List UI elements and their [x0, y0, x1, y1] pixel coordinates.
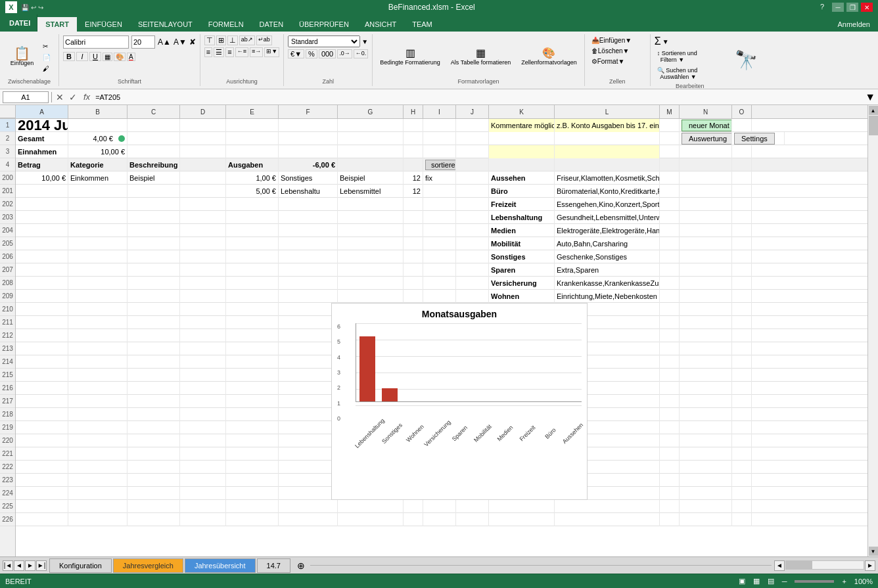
cell-k209-wohnen[interactable]: Wohnen [489, 290, 555, 303]
cell-k200-aussehen[interactable]: Aussehen [489, 171, 555, 185]
cell-a4[interactable]: Betrag [16, 158, 68, 171]
scroll-down-btn[interactable]: ▼ [869, 547, 878, 556]
col-A[interactable]: A [16, 105, 68, 118]
tab-team[interactable]: TEAM [404, 17, 440, 32]
zoom-slider[interactable] [795, 580, 834, 583]
number-format-expand[interactable]: ▼ [361, 38, 368, 45]
auswertung-button[interactable]: Auswertung [682, 133, 732, 145]
scroll-track[interactable] [868, 116, 878, 546]
tab-seitenlayout[interactable]: SEITENLAYOUT [130, 17, 200, 32]
sigma-btn[interactable]: ▼ [662, 38, 669, 45]
col-J[interactable]: J [456, 105, 489, 118]
indent-dec-btn[interactable]: ←≡ [235, 47, 248, 57]
cell-m201[interactable] [660, 185, 680, 198]
einfuegen-btn[interactable]: 📋 Einfügen [6, 45, 39, 68]
cell-e200[interactable]: 1,00 € [226, 171, 279, 185]
cell-l201[interactable]: Büromaterial,Konto,Kreditkarte,Post,Ausb… [555, 185, 660, 198]
col-L[interactable]: L [555, 105, 660, 118]
cell-d201[interactable] [180, 185, 226, 198]
cell-i2[interactable] [423, 132, 456, 145]
cell-f3[interactable] [279, 145, 338, 158]
font-color-btn[interactable]: A [127, 53, 135, 61]
font-size-dec[interactable]: A▼ [173, 37, 187, 47]
cell-i200[interactable]: fix [423, 171, 456, 185]
cell-h3[interactable] [404, 145, 423, 158]
cell-m4[interactable] [660, 158, 680, 171]
cell-l4[interactable] [555, 158, 660, 171]
cell-o4[interactable] [732, 158, 752, 171]
tab-nav-first[interactable]: |◄ [3, 560, 13, 571]
cell-j3[interactable] [456, 145, 489, 158]
cell-g2[interactable] [338, 132, 404, 145]
cell-n200[interactable] [680, 171, 732, 185]
clear-format-icon[interactable]: ✘ [189, 37, 196, 47]
cell-f200[interactable]: Sonstiges [279, 171, 338, 185]
border-btn[interactable]: ▦ [103, 53, 112, 61]
cell-g4[interactable] [338, 158, 404, 171]
cell-k2[interactable] [489, 132, 555, 145]
cell-n201[interactable] [680, 185, 732, 198]
thousands-btn[interactable]: 000 [319, 49, 336, 58]
cell-b2[interactable]: 4,00 € [68, 132, 127, 145]
cell-d4[interactable] [180, 158, 226, 171]
col-H[interactable]: H [404, 105, 423, 118]
cell-b4[interactable]: Kategorie [68, 158, 127, 171]
cell-b3[interactable]: 10,00 € [68, 145, 127, 158]
cell-e3[interactable] [226, 145, 279, 158]
cell-i4-sortieren[interactable]: sortieren [423, 158, 456, 171]
tab-formeln[interactable]: FORMELN [200, 17, 252, 32]
hscroll-left[interactable]: ◄ [774, 560, 785, 571]
wrap-text-btn[interactable]: ↵ab [256, 35, 272, 45]
formula-input[interactable] [95, 93, 862, 101]
font-size-input[interactable] [131, 35, 155, 49]
format-painter-btn[interactable]: 🖌 [40, 64, 53, 74]
add-sheet-btn[interactable]: ⊕ [292, 559, 310, 572]
zellen-einfuegen-btn[interactable]: 📥 Einfügen ▼ [589, 35, 646, 45]
font-size-inc[interactable]: A▲ [158, 37, 171, 47]
settings-button[interactable]: Settings [734, 133, 775, 145]
cell-n3[interactable] [680, 145, 732, 158]
col-C[interactable]: C [127, 105, 180, 118]
rotate-text-btn[interactable]: ab↗ [239, 35, 255, 45]
cell-k205-mobilitaet[interactable]: Mobilität [489, 237, 555, 250]
cell-k3[interactable] [489, 145, 555, 158]
cell-b200[interactable]: Einkommen [68, 171, 127, 185]
cell-h2[interactable] [404, 132, 423, 145]
view-page-icon[interactable]: ▤ [768, 577, 774, 585]
cell-d200[interactable] [180, 171, 226, 185]
tab-einfuegen[interactable]: EINFÜGEN [77, 17, 130, 32]
cell-j201[interactable] [456, 185, 489, 198]
cell-o201[interactable] [732, 185, 752, 198]
italic-btn[interactable]: I [76, 52, 88, 61]
cell-l202[interactable]: Essengehen,Kino,Konzert,Sport,Unterhaltu… [555, 198, 660, 211]
cell-l205[interactable]: Auto,Bahn,Carsharing [555, 237, 660, 250]
dec-inc-btn[interactable]: .0→ [337, 49, 352, 58]
cell-f2[interactable] [279, 132, 338, 145]
cell-m1[interactable] [660, 119, 680, 132]
cell-n2-auswertung[interactable]: Auswertung [680, 132, 732, 145]
cell-g201[interactable]: Lebensmittel [338, 185, 404, 198]
fill-color-btn[interactable]: 🎨 [114, 53, 126, 61]
neuer-monat-button[interactable]: neuer Monat [682, 120, 732, 131]
percent-btn[interactable]: % [306, 49, 317, 58]
cell-h200[interactable]: 12 [404, 171, 423, 185]
zellen-format-btn[interactable]: ⚙ Format ▼ [589, 57, 646, 66]
sheet-tab-147[interactable]: 14.7 [257, 558, 290, 573]
align-mid-btn[interactable]: ⊞ [216, 35, 226, 45]
tab-nav-last[interactable]: ►| [36, 560, 47, 571]
tab-ueberpruefen[interactable]: ÜBERPRÜFEN [291, 17, 357, 32]
zellen-loeschen-btn[interactable]: 🗑 Löschen ▼ [589, 46, 646, 56]
cell-m2[interactable] [660, 132, 680, 145]
cell-e201[interactable]: 5,00 € [226, 185, 279, 198]
cell-l3[interactable] [555, 145, 660, 158]
cell-m3[interactable] [660, 145, 680, 158]
cell-f1[interactable] [279, 119, 338, 132]
als-tabelle-btn[interactable]: ▦ Als Tabelle formatieren [448, 45, 514, 68]
cell-o2-settings[interactable]: Settings [732, 132, 785, 145]
cell-g200[interactable]: Beispiel [338, 171, 404, 185]
tab-nav-prev[interactable]: ◄ [14, 560, 24, 571]
close-btn[interactable]: ✕ [861, 3, 873, 12]
minimize-btn[interactable]: ─ [832, 3, 844, 12]
zellenformatvorlagen-btn[interactable]: 🎨 Zellenformatvorlagen [518, 45, 580, 68]
cell-k206-sonstiges[interactable]: Sonstiges [489, 250, 555, 263]
